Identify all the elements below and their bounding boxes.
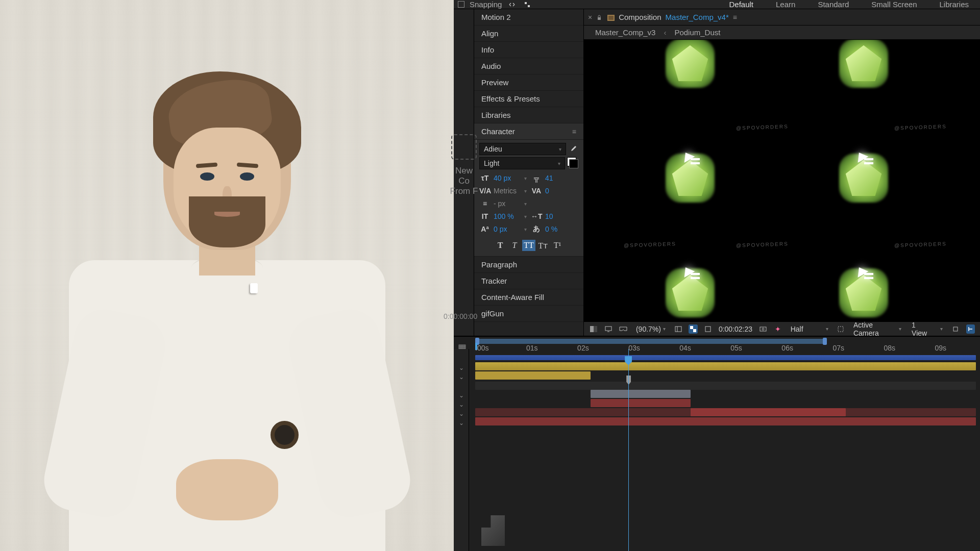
snap-edges-icon[interactable] [522, 1, 532, 9]
fast-preview-icon[interactable] [966, 324, 975, 334]
layer-twirl-icon[interactable]: ⌄ [454, 400, 469, 409]
after-effects-app: Snapping Default Learn Standard Small Sc… [454, 0, 980, 551]
stroke-icon: ≡ [479, 199, 491, 208]
layer-bar[interactable] [475, 362, 976, 370]
chevron-left-icon[interactable]: ‹ [664, 28, 666, 37]
resolution-icon[interactable] [674, 324, 682, 334]
layer-twirl-icon[interactable]: ⌄ [454, 372, 469, 382]
new-comp-line2: From F [449, 186, 479, 196]
in-point-marker[interactable] [475, 343, 477, 350]
comp-icon [607, 14, 615, 21]
panel-paragraph[interactable]: Paragraph [474, 257, 583, 273]
panel-character[interactable]: Character ≡ [474, 123, 583, 140]
zoom-dropdown[interactable]: (90.7%)▾ [634, 325, 668, 333]
font-size-field[interactable]: τT40 px▾ [479, 172, 527, 184]
alpha-toggle-icon[interactable] [589, 324, 598, 334]
new-comp-icon [451, 134, 477, 160]
all-caps-button[interactable]: TT [522, 240, 535, 251]
track-row [475, 382, 976, 390]
stroke-width-field[interactable]: ≡- px▾ [479, 198, 527, 209]
eyedropper-icon[interactable] [568, 143, 578, 155]
breadcrumb-child[interactable]: Podium_Dust [674, 28, 720, 37]
workspace-tab-libraries[interactable]: Libraries [928, 0, 980, 9]
region-icon[interactable] [837, 324, 845, 334]
screen-icon[interactable] [604, 324, 612, 334]
tracking-field[interactable]: VA0 [531, 185, 578, 196]
svg-rect-17 [953, 327, 958, 331]
baseline-icon: Aª [479, 225, 491, 233]
svg-rect-6 [594, 326, 597, 332]
superscript-button[interactable]: T¹ [551, 240, 564, 251]
layer-bar[interactable] [475, 417, 976, 425]
panel-preview[interactable]: Preview [474, 74, 583, 91]
layer-twirl-icon[interactable]: ⌄ [454, 363, 469, 372]
tsume-field[interactable]: あ0 % [531, 223, 578, 235]
font-weight-dropdown[interactable]: Light ▾ [479, 157, 565, 169]
workspace-tab-standard[interactable]: Standard [806, 0, 860, 9]
panel-align[interactable]: Align [474, 26, 583, 42]
layer-twirl-icon[interactable]: ⌄ [454, 391, 469, 400]
comp-tab-label: Composition [619, 13, 661, 21]
new-comp-placeholder[interactable]: New Co From F [449, 134, 479, 196]
layer-twirl-icon[interactable]: ⌄ [454, 418, 469, 428]
character-panel-body: Adieu ▾ Light ▾ τT40 px▾ ╦41 [474, 140, 583, 257]
workspace-tab-small-screen[interactable]: Small Screen [860, 0, 928, 9]
work-area-bar[interactable] [475, 339, 827, 344]
composition-viewport[interactable]: @SPOVORDERS @SPOVORDERS @SPOVORDERS @SPO… [584, 40, 980, 321]
breadcrumb-root[interactable]: Master_Comp_v3 [595, 28, 655, 37]
snap-options-icon[interactable] [507, 1, 517, 9]
hscale-field[interactable]: ↔T10 [531, 211, 578, 222]
layer-bar[interactable] [691, 408, 846, 416]
comp-tab-name[interactable]: Master_Comp_v4* [666, 13, 729, 21]
panel-tracker[interactable]: Tracker [474, 273, 583, 289]
layer-bar[interactable] [475, 355, 976, 360]
workspace-tab-learn[interactable]: Learn [765, 0, 806, 9]
snapshot-icon[interactable] [758, 324, 767, 334]
pixel-aspect-icon[interactable] [951, 324, 960, 334]
baseline-field[interactable]: Aª0 px▾ [479, 223, 527, 235]
panel-motion2[interactable]: Motion 2 [474, 9, 583, 26]
leading-field[interactable]: ╦41 [531, 172, 578, 184]
svg-rect-0 [525, 2, 527, 4]
panel-audio[interactable]: Audio [474, 58, 583, 74]
layer-bar[interactable] [475, 371, 591, 380]
workspace-tab-default[interactable]: Default [718, 0, 765, 9]
panel-gifgun[interactable]: gifGun [474, 306, 583, 322]
svg-rect-11 [690, 326, 693, 329]
resolution-dropdown[interactable]: Half▾ [789, 325, 830, 333]
faux-bold-button[interactable]: T [494, 240, 507, 251]
current-time-display[interactable]: 0:00:02:23 [719, 325, 752, 333]
kerning-field[interactable]: V/AMetrics▾ [479, 185, 527, 196]
svg-rect-16 [838, 327, 843, 332]
kerning-icon: V/A [479, 187, 491, 195]
vscale-field[interactable]: IT100 %▾ [479, 211, 527, 222]
panel-effects-presets[interactable]: Effects & Presets [474, 91, 583, 107]
panel-info[interactable]: Info [474, 42, 583, 58]
font-weight-value: Light [484, 159, 499, 167]
small-caps-button[interactable]: Tᴛ [536, 240, 550, 251]
layer-bar[interactable] [591, 390, 691, 398]
track-switches-column: ⌄ ⌄ ⌄ ⌄ ⌄ ⌄ [454, 349, 469, 551]
panel-menu-icon[interactable]: ≡ [572, 123, 576, 140]
transparency-grid-icon[interactable] [689, 324, 697, 334]
channel-icon[interactable]: ✦ [773, 324, 782, 334]
layer-bar[interactable] [591, 399, 691, 407]
layer-twirl-icon[interactable]: ⌄ [454, 409, 469, 418]
views-dropdown[interactable]: 1 View▾ [910, 321, 945, 337]
viewer-footer: (90.7%)▾ 0:00:02:23 ✦ Half▾ Active Camer… [584, 321, 980, 336]
font-family-dropdown[interactable]: Adieu ▾ [479, 143, 566, 155]
viewer-menu-icon[interactable]: ≡ [733, 13, 737, 21]
panel-content-aware-fill[interactable]: Content-Aware Fill [474, 289, 583, 306]
tsume-icon: あ [531, 224, 542, 234]
faux-italic-button[interactable]: T [508, 240, 521, 251]
fill-stroke-swatch[interactable] [567, 157, 578, 168]
snapping-checkbox[interactable] [458, 1, 464, 8]
time-indicator-secondary[interactable] [628, 349, 629, 551]
panel-libraries[interactable]: Libraries [474, 107, 583, 123]
lock-icon[interactable] [596, 14, 603, 21]
mask-toggle-icon[interactable] [704, 324, 713, 334]
new-comp-line1: New Co [449, 166, 479, 186]
goggles-icon[interactable] [619, 324, 628, 334]
camera-dropdown[interactable]: Active Camera▾ [851, 321, 903, 337]
close-tab-icon[interactable]: × [588, 13, 592, 21]
